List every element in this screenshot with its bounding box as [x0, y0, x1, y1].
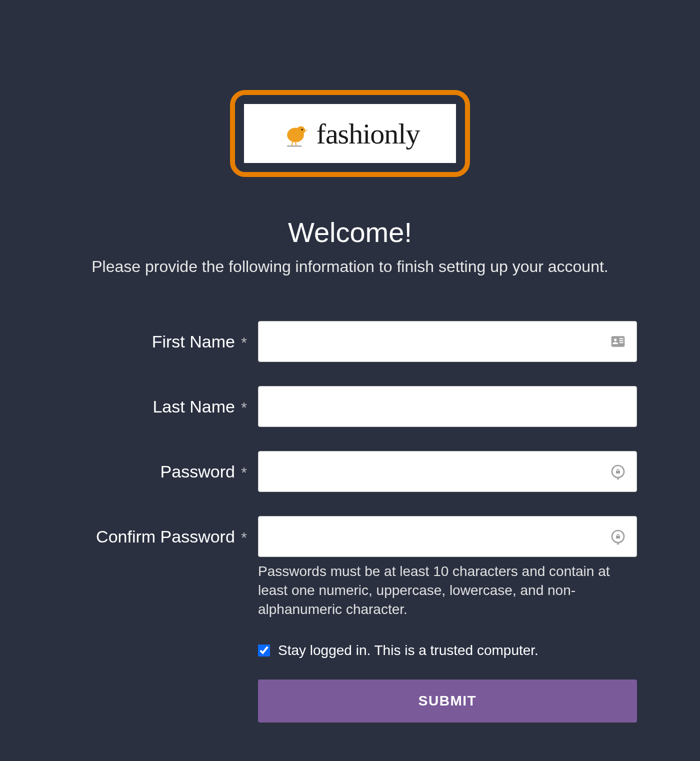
submit-row: SUBMIT [63, 680, 637, 722]
confirm-password-row: Confirm Password * [63, 516, 637, 557]
page-title: Welcome! [0, 216, 700, 248]
password-row: Password * [63, 451, 637, 492]
stay-logged-in-row: Stay logged in. This is a trusted comput… [63, 642, 637, 658]
page-subtitle: Please provide the following information… [0, 258, 700, 276]
password-hint-row: Passwords must be at least 10 characters… [63, 562, 637, 618]
svg-point-2 [301, 129, 302, 130]
last-name-row: Last Name * [63, 386, 637, 427]
lock-icon [610, 528, 626, 544]
required-mark: * [241, 464, 247, 480]
id-card-icon [610, 334, 626, 350]
password-label: Password * [63, 462, 258, 482]
lock-icon [610, 464, 626, 480]
logo-frame: fashionly [230, 90, 470, 177]
svg-point-1 [296, 126, 305, 135]
stay-logged-in-label: Stay logged in. This is a trusted comput… [278, 642, 538, 658]
required-mark: * [241, 399, 247, 416]
bird-icon [280, 118, 310, 148]
brand-name: fashionly [316, 117, 420, 150]
password-hint: Passwords must be at least 10 characters… [258, 562, 637, 618]
account-setup-form: First Name * Last Name * Password * [63, 321, 637, 722]
confirm-password-label: Confirm Password * [63, 527, 258, 546]
submit-button[interactable]: SUBMIT [258, 680, 637, 722]
logo: fashionly [244, 104, 456, 163]
required-mark: * [241, 334, 247, 350]
first-name-input[interactable] [258, 321, 637, 362]
first-name-label: First Name * [63, 332, 258, 352]
confirm-password-input[interactable] [258, 516, 637, 557]
last-name-label: Last Name * [63, 397, 258, 416]
first-name-row: First Name * [63, 321, 637, 362]
stay-logged-in-checkbox[interactable] [258, 644, 270, 656]
last-name-input[interactable] [258, 386, 637, 427]
required-mark: * [241, 529, 247, 546]
password-input[interactable] [258, 451, 637, 492]
